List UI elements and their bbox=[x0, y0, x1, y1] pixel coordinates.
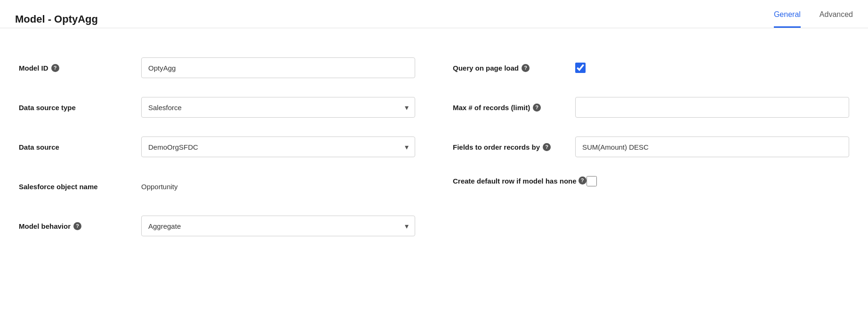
create-default-row-label: Create default row if model has none ? bbox=[453, 176, 587, 186]
header: Model - OptyAgg General Advanced bbox=[0, 0, 868, 28]
data-source-row: Data source DemoOrgSFDC Other bbox=[19, 134, 415, 160]
data-source-select[interactable]: DemoOrgSFDC Other bbox=[141, 136, 415, 157]
tab-general[interactable]: General bbox=[774, 10, 801, 28]
data-source-type-select-wrapper: Salesforce REST GraphQL Static bbox=[141, 97, 415, 118]
max-records-input[interactable] bbox=[575, 97, 849, 118]
model-behavior-label: Model behavior ? bbox=[19, 222, 141, 230]
model-behavior-row: Model behavior ? Aggregate List Single bbox=[19, 213, 415, 239]
query-on-page-load-help-icon[interactable]: ? bbox=[522, 64, 530, 72]
data-source-select-wrapper: DemoOrgSFDC Other bbox=[141, 136, 415, 157]
create-default-row-checkbox[interactable] bbox=[587, 176, 597, 186]
right-column: Query on page load ? Max # of records (l… bbox=[453, 55, 849, 252]
sf-object-name-value: Opportunity bbox=[141, 183, 415, 191]
model-id-input[interactable] bbox=[141, 57, 415, 78]
form-area: Model ID ? Data source type Salesforce R… bbox=[0, 43, 868, 271]
model-id-control bbox=[141, 57, 415, 78]
model-behavior-select[interactable]: Aggregate List Single bbox=[141, 216, 415, 236]
left-column: Model ID ? Data source type Salesforce R… bbox=[19, 55, 415, 252]
data-source-label: Data source bbox=[19, 143, 141, 151]
tab-bar: General Advanced bbox=[774, 10, 853, 28]
data-source-type-select[interactable]: Salesforce REST GraphQL Static bbox=[141, 97, 415, 118]
model-behavior-select-wrapper: Aggregate List Single bbox=[141, 216, 415, 236]
page-title: Model - OptyAgg bbox=[15, 13, 98, 25]
create-default-row-help-icon[interactable]: ? bbox=[579, 177, 587, 185]
query-on-page-load-checkbox[interactable] bbox=[575, 63, 586, 73]
model-id-row: Model ID ? bbox=[19, 55, 415, 81]
fields-order-help-icon[interactable]: ? bbox=[543, 143, 551, 151]
tab-advanced[interactable]: Advanced bbox=[820, 10, 853, 28]
sf-object-name-label: Salesforce object name bbox=[19, 183, 141, 191]
fields-order-control bbox=[575, 136, 849, 157]
data-source-type-row: Data source type Salesforce REST GraphQL… bbox=[19, 94, 415, 120]
max-records-control bbox=[575, 97, 849, 118]
data-source-type-label: Data source type bbox=[19, 104, 141, 112]
fields-order-label: Fields to order records by ? bbox=[453, 143, 575, 151]
model-behavior-help-icon[interactable]: ? bbox=[73, 222, 81, 230]
max-records-help-icon[interactable]: ? bbox=[533, 104, 541, 112]
sf-object-name-row: Salesforce object name Opportunity bbox=[19, 173, 415, 200]
max-records-row: Max # of records (limit) ? bbox=[453, 94, 849, 120]
query-on-page-load-label: Query on page load ? bbox=[453, 64, 575, 72]
fields-order-row: Fields to order records by ? bbox=[453, 134, 849, 160]
max-records-label: Max # of records (limit) ? bbox=[453, 104, 575, 112]
create-default-row-label-text: Create default row if model has none bbox=[453, 176, 577, 186]
header-divider bbox=[0, 28, 868, 28]
query-on-page-load-row: Query on page load ? bbox=[453, 55, 849, 81]
create-default-row-row: Create default row if model has none ? bbox=[453, 173, 849, 200]
query-on-page-load-control bbox=[575, 63, 586, 73]
fields-order-input[interactable] bbox=[575, 136, 849, 157]
model-id-label: Model ID ? bbox=[19, 64, 141, 72]
create-default-row-control bbox=[587, 176, 597, 186]
page-container: Model - OptyAgg General Advanced Model I… bbox=[0, 0, 868, 321]
model-id-help-icon[interactable]: ? bbox=[51, 64, 59, 72]
